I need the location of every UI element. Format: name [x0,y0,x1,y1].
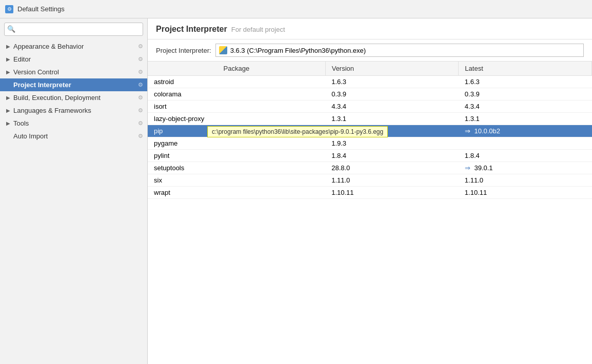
package-tooltip: c:\program files\python36\lib\site-packa… [207,126,388,137]
settings-icon: ⚙ [138,69,143,75]
package-version: 28.8.0 [325,162,459,174]
sidebar-item-label: Auto Import [13,132,136,140]
package-version: 0.3.9 [325,88,459,100]
package-version: 1.6.3 [325,76,459,88]
search-box[interactable]: 🔍 [4,23,143,36]
sidebar-item-label: Build, Execution, Deployment [13,94,136,102]
package-version: 4.3.4 [325,100,459,113]
python-icon [219,46,227,54]
sidebar-item-label: Tools [13,119,136,127]
sidebar-item-version-control[interactable]: ▶ Version Control ⚙ [0,66,147,78]
col-header-package: Package [148,62,325,76]
package-latest [459,137,592,150]
chevron-icon: ▶ [6,95,10,100]
sidebar-item-project-interpreter[interactable]: ▶ Project Interpreter ⚙ [0,78,147,91]
content-area: Project Interpreter For default project … [148,18,592,364]
settings-icon: ⚙ [138,133,143,139]
window-title: Default Settings [17,5,65,13]
package-name: setuptools [148,162,325,174]
title-bar: ⚙ Default Settings [0,0,592,18]
package-version: 1.8.4 [325,150,459,162]
table-row[interactable]: pylint1.8.41.8.4 [148,150,592,162]
main-layout: 🔍 ▶ Appearance & Behavior ⚙ ▶ Editor ⚙ ▶… [0,18,592,364]
sidebar-item-build-execution[interactable]: ▶ Build, Execution, Deployment ⚙ [0,91,147,104]
page-subtitle: For default project [231,26,285,33]
chevron-icon: ▶ [6,69,10,75]
content-header: Project Interpreter For default project [148,18,592,39]
chevron-icon: ▶ [6,120,10,126]
package-name: six [148,174,325,187]
table-row[interactable]: wrapt1.10.111.10.11 [148,187,592,199]
settings-icon: ⚙ [138,120,143,127]
package-name: colorama [148,88,325,100]
update-arrow-icon: ⇒ [465,127,472,135]
table-row[interactable]: pygame1.9.3 [148,137,592,150]
update-arrow-icon: ⇒ [465,164,472,172]
package-version: 1.9.3 [325,137,459,150]
package-name: lazy-object-proxy [148,113,325,125]
package-latest: 1.10.11 [459,187,592,199]
col-header-latest: Latest [459,62,592,76]
package-latest: ⇒ 39.0.1 [459,162,592,174]
table-row[interactable]: isort4.3.44.3.4 [148,100,592,113]
interpreter-row: Project Interpreter: 3.6.3 (C:\Program F… [148,39,592,62]
package-name: pygame [148,137,325,150]
settings-icon: ⚙ [138,107,143,114]
sidebar-item-label: Editor [13,55,136,63]
package-version: 1.11.0 [325,174,459,187]
package-latest: 1.8.4 [459,150,592,162]
table-row[interactable]: astroid1.6.31.6.3 [148,76,592,88]
chevron-icon: ▶ [6,108,10,113]
search-input[interactable] [4,23,143,36]
interpreter-label: Project Interpreter: [156,47,211,54]
package-latest: 1.3.1 [459,113,592,125]
sidebar-item-label: Languages & Frameworks [13,107,136,114]
sidebar-item-editor[interactable]: ▶ Editor ⚙ [0,53,147,66]
package-name: wrapt [148,187,325,199]
interpreter-value: 3.6.3 (C:\Program Files\Python36\python.… [230,47,366,54]
table-row[interactable]: lazy-object-proxy1.3.11.3.1 [148,113,592,125]
table-row[interactable]: colorama0.3.90.3.9 [148,88,592,100]
sidebar-item-languages-frameworks[interactable]: ▶ Languages & Frameworks ⚙ [0,104,147,117]
settings-icon: ⚙ [138,43,143,50]
interpreter-select[interactable]: 3.6.3 (C:\Program Files\Python36\python.… [215,44,584,57]
sidebar-item-label: Project Interpreter [13,81,136,89]
settings-icon: ⚙ [138,56,143,63]
package-latest: 4.3.4 [459,100,592,113]
search-icon: 🔍 [7,25,15,33]
settings-icon: ⚙ [138,82,143,88]
sidebar-item-label: Appearance & Behavior [13,43,136,50]
sidebar-item-label: Version Control [13,68,136,76]
sidebar-item-tools[interactable]: ▶ Tools ⚙ [0,117,147,130]
chevron-icon: ▶ [6,44,10,49]
table-header-row: Package Version Latest [148,62,592,76]
package-name: isort [148,100,325,113]
chevron-icon: ▶ [6,56,10,62]
sidebar-item-auto-import[interactable]: ▶ Auto Import ⚙ [0,130,147,143]
table-row[interactable]: six1.11.01.11.0 [148,174,592,187]
package-name: astroid [148,76,325,88]
col-header-version: Version [325,62,459,76]
sidebar-item-appearance[interactable]: ▶ Appearance & Behavior ⚙ [0,40,147,53]
package-latest: ⇒ 10.0.0b2 [459,125,592,137]
package-latest: 0.3.9 [459,88,592,100]
package-name: pylint [148,150,325,162]
table-row[interactable]: setuptools28.8.0⇒ 39.0.1 [148,162,592,174]
app-icon: ⚙ [5,5,13,13]
sidebar: 🔍 ▶ Appearance & Behavior ⚙ ▶ Editor ⚙ ▶… [0,18,148,364]
page-title: Project Interpreter [156,25,227,34]
packages-table: Package Version Latest astroid1.6.31.6.3… [148,62,592,364]
settings-icon: ⚙ [138,94,143,101]
package-version: 1.10.11 [325,187,459,199]
package-version: 1.3.1 [325,113,459,125]
package-latest: 1.11.0 [459,174,592,187]
package-latest: 1.6.3 [459,76,592,88]
